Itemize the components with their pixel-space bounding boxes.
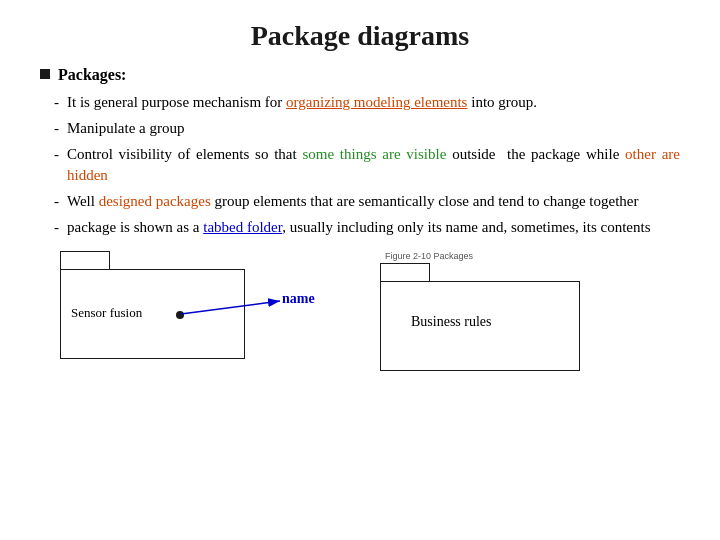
list-item: - Manipulate a group [54, 118, 680, 140]
diagrams-area: Sensor fusion name Figure 2-10 P [40, 251, 680, 381]
dash-icon: - [54, 92, 59, 114]
section-header: Packages: [40, 66, 680, 84]
package-label-right: Business rules [411, 314, 492, 330]
list-item: - It is general purpose mechanism for or… [54, 92, 680, 114]
diagram-right: Figure 2-10 Packages Business rules [380, 251, 620, 381]
highlight-designed: designed packages [99, 193, 211, 209]
dash-icon: - [54, 118, 59, 140]
item-text-3: Control visibility of elements so that s… [67, 144, 680, 188]
list-item: - package is shown as a tabbed folder, u… [54, 217, 680, 239]
item-text-2: Manipulate a group [67, 118, 184, 140]
highlight-visible: some things are visible [302, 146, 446, 162]
item-text-5: package is shown as a tabbed folder, usu… [67, 217, 650, 239]
item-text-4: Well designed packages group elements th… [67, 191, 639, 213]
figure-label: Figure 2-10 Packages [385, 251, 473, 261]
dash-icon: - [54, 191, 59, 213]
arrow-line [181, 301, 280, 314]
highlight-organizing: organizing modeling elements [286, 94, 467, 110]
name-label: name [282, 291, 315, 307]
bullet-icon [40, 69, 50, 79]
arrow-svg [60, 251, 350, 381]
section-title: Packages: [58, 66, 126, 84]
page-title: Package diagrams [40, 20, 680, 52]
list-item: - Control visibility of elements so that… [54, 144, 680, 188]
item-text-1: It is general purpose mechanism for orga… [67, 92, 537, 114]
highlight-tabbed: tabbed folder [203, 219, 282, 235]
list-item: - Well designed packages group elements … [54, 191, 680, 213]
package-tab-right [380, 263, 430, 283]
dash-icon: - [54, 217, 59, 239]
page: Package diagrams Packages: - It is gener… [0, 0, 720, 540]
package-body-right: Business rules [380, 281, 580, 371]
diagram-left: Sensor fusion name [60, 251, 350, 381]
list: - It is general purpose mechanism for or… [54, 92, 680, 239]
dash-icon: - [54, 144, 59, 166]
